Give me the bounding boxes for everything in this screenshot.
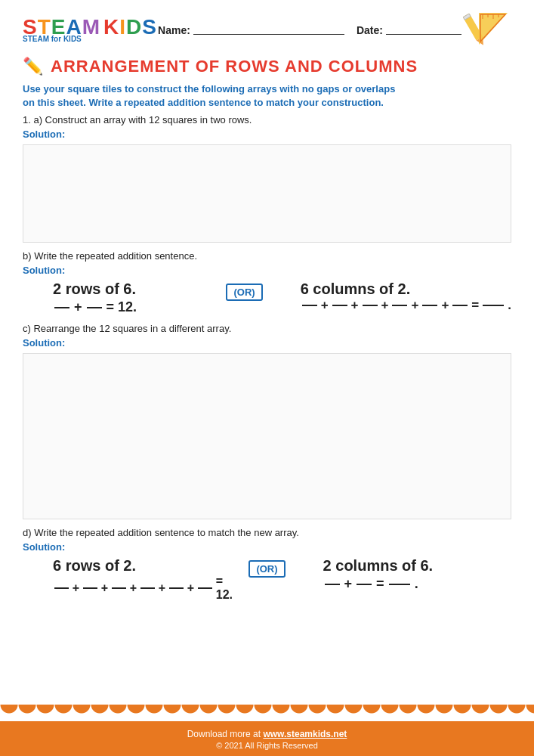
partd-label: d) Write the repeated addition sentence … [23,527,511,538]
pencil-icon: ✏️ [23,57,43,76]
partc-label: c) Rearrange the 12 squares in a differe… [23,323,511,334]
footer-site: www.steamkids.net [263,729,347,739]
q1a-text: 1. a) Construct an array with 12 squares… [23,114,511,125]
partd-answers-row: 6 rows of 2. + + + + + = 12. [23,557,511,602]
name-label: Name: [158,24,190,36]
logo: STEAM KIDS STEAM for KIDS [23,17,157,43]
part-b: b) Write the repeated addition sentence.… [23,250,511,315]
part-d: d) Write the repeated addition sentence … [23,527,511,602]
partb-solution: Solution: [23,265,511,276]
footer: Download more at www.steamkids.net © 202… [0,721,534,756]
partb-left-eq: + = 12. [53,299,218,315]
partb-label: b) Write the repeated addition sentence. [23,250,511,262]
logo-sub: STEAM for KIDS [23,35,157,43]
footer-download: Download more at www.steamkids.net [0,729,534,739]
page-header: STEAM KIDS STEAM for KIDS Name: Date: [23,9,511,51]
construction-area-1a [23,144,511,243]
partb-left-rows: 2 rows of 6. [53,280,218,298]
name-date-area: Name: Date: [157,24,462,36]
footer-copyright: © 2021 All Rights Reserved [0,741,534,750]
main-title: ARRANGEMENT OF ROWS AND COLUMNS [51,57,418,76]
date-label: Date: [357,24,383,36]
instructions: Use your square tiles to construct the f… [23,82,511,110]
partd-or: (OR) [248,560,285,578]
q1a-solution-label: Solution: [23,129,511,140]
partb-or: (OR) [226,284,262,301]
partd-left-eq: + + + + + = 12. [53,575,241,602]
partd-right-eq: + = . [323,576,511,592]
part-c: c) Rearrange the 12 squares in a differe… [23,323,511,519]
question-1a: 1. a) Construct an array with 12 squares… [23,114,511,243]
rearrange-area [23,353,511,519]
partb-answers-row: 2 rows of 6. + = 12. (OR) 6 columns of 2… [23,280,511,315]
partd-right-cols: 2 columns of 6. [323,557,511,575]
partd-solution: Solution: [23,541,511,553]
partb-right-eq: + + + + + = . [301,298,511,313]
partb-right-cols: 6 columns of 2. [301,280,511,298]
title-section: ✏️ ARRANGEMENT OF ROWS AND COLUMNS [23,57,511,76]
partd-left-rows: 6 rows of 2. [53,557,241,575]
ruler-icon [462,9,511,51]
partc-solution: Solution: [23,337,511,349]
